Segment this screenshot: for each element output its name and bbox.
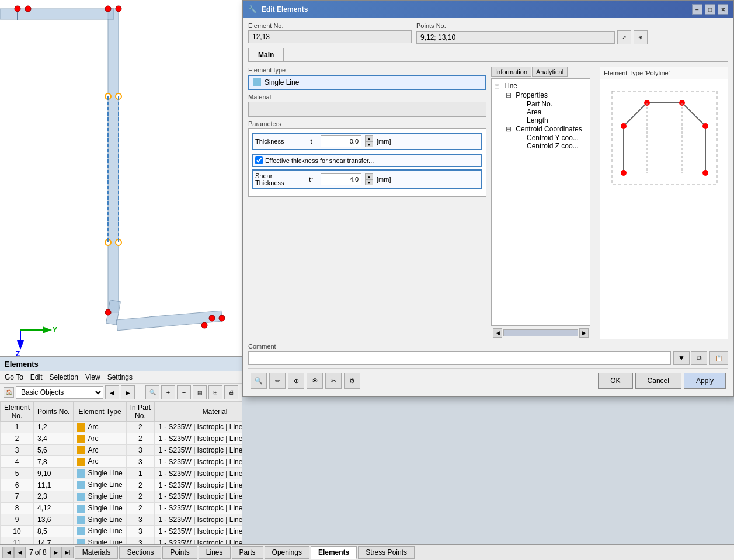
tab-openings[interactable]: Openings <box>265 546 309 559</box>
tab-sections[interactable]: Sections <box>119 546 161 559</box>
shear-checkbox[interactable] <box>255 156 263 164</box>
dialog-titlebar: 🔧 Edit Elements − □ ✕ <box>243 1 733 18</box>
cell-points-no: 5,6 <box>34 444 74 456</box>
svg-point-6 <box>105 6 111 12</box>
points-btn-1[interactable]: ↗ <box>617 30 631 44</box>
tab-elements[interactable]: Elements <box>311 546 357 559</box>
minimize-btn[interactable]: − <box>692 4 702 15</box>
table-row[interactable]: 7 2,3 Single Line 2 1 - S235W | Isotropi… <box>1 491 242 502</box>
dlg-settings-btn[interactable]: ⚙ <box>344 373 360 389</box>
elements-table-container[interactable]: ElementNo. Points No. Element Type In Pa… <box>0 402 242 560</box>
thickness-spin-up[interactable]: ▲ <box>365 135 373 141</box>
table-row[interactable]: 1 1,2 Arc 2 1 - S235W | Isotropic | Line… <box>1 422 242 433</box>
cell-element-no: 3 <box>1 444 34 456</box>
table-row[interactable]: 5 9,10 Single Line 1 1 - S235W | Isotrop… <box>1 468 242 479</box>
dlg-edit-btn[interactable]: ✏ <box>269 373 286 389</box>
nav-first-btn[interactable]: |◀ <box>2 547 14 558</box>
cell-in-part: 2 <box>126 479 154 491</box>
table-row[interactable]: 4 7,8 Arc 3 1 - S235W | Isotropic | Line… <box>1 456 242 468</box>
dlg-delete-btn[interactable]: ✂ <box>325 373 342 389</box>
cell-element-type: Arc <box>74 444 126 456</box>
th-element-type: Element Type <box>74 402 126 422</box>
element-no-input[interactable] <box>248 30 412 43</box>
comment-info-btn[interactable]: 📋 <box>709 351 728 365</box>
points-no-label: Points No. <box>416 22 648 29</box>
tab-lines[interactable]: Lines <box>199 546 231 559</box>
apply-button[interactable]: Apply <box>684 373 726 389</box>
comment-dropdown-btn[interactable]: ▼ <box>673 351 690 365</box>
svg-point-15 <box>201 322 207 328</box>
dialog-title: Edit Elements <box>262 5 308 13</box>
basic-objects-select[interactable]: Basic Objects <box>16 386 103 399</box>
nav-next-btn[interactable]: ▶ <box>50 547 62 558</box>
remove-btn[interactable]: − <box>177 385 191 399</box>
parameters-label: Parameters <box>248 120 486 127</box>
menu-selection[interactable]: Selection <box>50 373 78 381</box>
toolbar-icon-btn[interactable]: 🏠 <box>4 387 14 398</box>
shear-input[interactable] <box>321 173 361 185</box>
comment-copy-btn[interactable]: ⧉ <box>691 351 707 365</box>
scroll-left-btn[interactable]: ◀ <box>493 328 502 338</box>
element-no-group: Element No. <box>248 22 412 44</box>
menu-goto[interactable]: Go To <box>5 373 23 381</box>
cell-element-type: Single Line <box>74 514 126 526</box>
dlg-view-btn[interactable]: 👁 <box>307 373 323 389</box>
scroll-thumb[interactable] <box>503 329 578 336</box>
comment-input[interactable] <box>248 351 671 365</box>
thickness-row: Thickness t ▲ ▼ [mm] <box>252 133 482 150</box>
preview-title: Element Type 'Polyline' <box>600 67 728 79</box>
table-row[interactable]: 2 3,4 Arc 2 1 - S235W | Isotropic | Line… <box>1 433 242 444</box>
menu-edit[interactable]: Edit <box>30 373 43 381</box>
nav-last-btn[interactable]: ▶| <box>62 547 74 558</box>
cell-element-type: Single Line <box>74 491 126 502</box>
prev-btn[interactable]: ◀ <box>105 385 119 399</box>
close-btn[interactable]: ✕ <box>718 4 728 15</box>
tab-materials[interactable]: Materials <box>75 546 119 559</box>
next-btn[interactable]: ▶ <box>121 385 135 399</box>
menu-view[interactable]: View <box>85 373 100 381</box>
info-tab-strip: Information Analytical <box>491 67 590 77</box>
nav-prev-btn[interactable]: ◀ <box>14 547 26 558</box>
thickness-input[interactable] <box>321 135 361 147</box>
analytical-tab[interactable]: Analytical <box>532 67 568 77</box>
table-row[interactable]: 10 8,5 Single Line 3 1 - S235W | Isotrop… <box>1 526 242 537</box>
menu-settings[interactable]: Settings <box>107 373 133 381</box>
tab-stress-points[interactable]: Stress Points <box>358 546 415 559</box>
table-row[interactable]: 9 13,6 Single Line 3 1 - S235W | Isotrop… <box>1 514 242 526</box>
cell-element-type: Single Line <box>74 479 126 491</box>
print-btn[interactable]: 🖨 <box>224 385 238 399</box>
svg-text:Z: Z <box>16 350 20 356</box>
tab-points[interactable]: Points <box>162 546 197 559</box>
ok-button[interactable]: OK <box>598 373 632 389</box>
tree-properties-group: ⊟ Properties Part No. Area Length <box>494 91 587 124</box>
cell-element-no: 5 <box>1 468 34 479</box>
svg-point-14 <box>209 315 215 321</box>
edit-elements-dialog: 🔧 Edit Elements − □ ✕ Element No. Points… <box>242 0 734 397</box>
table-row[interactable]: 8 4,12 Single Line 2 1 - S235W | Isotrop… <box>1 502 242 514</box>
info-tab[interactable]: Information <box>491 67 531 77</box>
table-row[interactable]: 3 5,6 Arc 3 1 - S235W | Isotropic | Line… <box>1 444 242 456</box>
tree-properties: Properties <box>516 91 548 99</box>
tab-main[interactable]: Main <box>248 48 284 61</box>
cell-in-part: 2 <box>126 502 154 514</box>
cell-element-no: 4 <box>1 456 34 468</box>
col-btn[interactable]: ⊞ <box>208 385 222 399</box>
thickness-spin-down[interactable]: ▼ <box>365 141 373 147</box>
scroll-right-btn[interactable]: ▶ <box>579 328 589 338</box>
table-row[interactable]: 6 11,1 Single Line 2 1 - S235W | Isotrop… <box>1 479 242 491</box>
filter-btn[interactable]: 🔍 <box>145 385 159 399</box>
points-no-input[interactable] <box>416 31 615 44</box>
tree-area: Area <box>506 108 587 116</box>
points-btn-2[interactable]: ⊕ <box>634 30 648 44</box>
add-btn[interactable]: + <box>161 385 175 399</box>
cancel-button[interactable]: Cancel <box>635 373 681 389</box>
cell-element-type: Arc <box>74 456 126 468</box>
tab-parts[interactable]: Parts <box>232 546 263 559</box>
dlg-search-btn[interactable]: 🔍 <box>251 373 267 389</box>
table-btn[interactable]: ▤ <box>193 385 207 399</box>
maximize-btn[interactable]: □ <box>705 4 715 15</box>
shear-spin-down[interactable]: ▼ <box>365 179 373 185</box>
cell-in-part: 3 <box>126 526 154 537</box>
shear-spin-up[interactable]: ▲ <box>365 173 373 179</box>
dlg-select-btn[interactable]: ⊕ <box>288 373 304 389</box>
